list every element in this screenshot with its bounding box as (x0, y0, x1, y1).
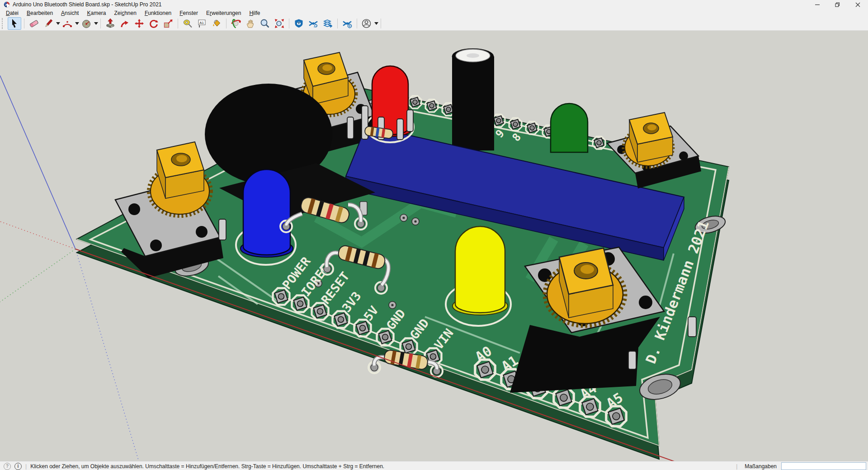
scale-tool-button[interactable] (161, 17, 175, 30)
wh3d-tool-button[interactable] (292, 17, 306, 30)
pin-pad[interactable] (475, 360, 495, 380)
menu-zeichnen[interactable]: Zeichnen (110, 9, 141, 17)
arc-tool-button[interactable] (61, 17, 74, 30)
menu-funktionen[interactable]: Funktionen (141, 9, 175, 17)
pan-tool-button[interactable] (244, 17, 257, 30)
zoomext-tool-button[interactable] (273, 17, 286, 30)
close-button[interactable] (848, 0, 868, 9)
followme-tool-button[interactable] (118, 17, 132, 30)
menu-datei[interactable]: Datei (2, 9, 23, 17)
tape-tool-button[interactable] (181, 17, 194, 30)
pin-pad[interactable] (312, 303, 329, 320)
scene-canvas[interactable]: POWERIOREFRESET3V35VGNDGNDVINA0A1A2A3A4A… (0, 31, 868, 461)
pin-pad[interactable] (425, 99, 438, 112)
restore-button[interactable] (827, 0, 848, 9)
circle-dropdown-arrow[interactable] (94, 18, 98, 29)
move-tool-button[interactable] (132, 17, 146, 30)
arc-dropdown-arrow[interactable] (75, 18, 79, 29)
orbit-tool-button[interactable] (229, 17, 243, 30)
led-blue[interactable] (241, 169, 293, 257)
menu-erweiterungen[interactable]: Erweiterungen (202, 9, 245, 17)
header-pin (628, 351, 636, 369)
menu-ansicht[interactable]: Ansicht (57, 9, 83, 17)
rotate-tool-button[interactable] (147, 17, 160, 30)
sketchup-logo-icon (4, 1, 10, 8)
account-dropdown-arrow[interactable] (374, 18, 378, 29)
account-tool-button[interactable] (360, 17, 373, 30)
extwh-tool-button[interactable] (340, 17, 354, 30)
measurements-label: Maßangaben (745, 463, 777, 470)
header-pin (219, 219, 226, 240)
toolbar-separator (178, 19, 178, 28)
help-icon[interactable]: ? (4, 463, 11, 470)
text-tool-button[interactable]: A1 (195, 17, 209, 30)
minimize-button[interactable] (807, 0, 827, 9)
menu-bearbeiten[interactable]: Bearbeiten (23, 9, 57, 17)
pin-pad[interactable] (593, 136, 605, 149)
line-dropdown-arrow[interactable] (56, 18, 60, 29)
paint-tool-button[interactable] (210, 17, 223, 30)
eraser-tool-button[interactable] (27, 17, 41, 30)
pin-pad[interactable] (554, 388, 574, 408)
pushpull-tool-button[interactable] (104, 17, 117, 30)
select-tool-button[interactable] (8, 17, 21, 30)
toolbar-separator (100, 19, 101, 28)
toolbar-separator (226, 19, 226, 28)
pin-pad[interactable] (377, 329, 394, 346)
toolbar-separator (289, 19, 289, 28)
led-green[interactable] (551, 103, 588, 152)
menu-hilfe[interactable]: Hilfe (245, 9, 264, 17)
capacitor[interactable] (452, 48, 495, 150)
circle-tool-button[interactable] (80, 17, 93, 30)
pin-pad[interactable] (354, 320, 371, 337)
toolbar-separator (357, 19, 357, 28)
led-yellow[interactable] (453, 226, 508, 315)
title-bar: Arduino Uno Bluetooth Shield Board.skp -… (0, 0, 868, 9)
measurements-input[interactable] (781, 462, 866, 470)
pin-pad[interactable] (292, 296, 309, 312)
pin-pad[interactable] (273, 288, 290, 305)
pin-pad[interactable] (606, 406, 626, 426)
toolbar-separator (381, 19, 381, 28)
window-title: Arduino Uno Bluetooth Shield Board.skp -… (13, 1, 807, 8)
zoom-tool-button[interactable] (258, 17, 272, 30)
line-tool-button[interactable] (42, 17, 55, 30)
pin-pad[interactable] (526, 122, 538, 134)
status-bar: ? i | Klicken oder Ziehen, um Objekte au… (0, 461, 868, 470)
menu-kamera[interactable]: Kamera (83, 9, 110, 17)
header-pin (688, 317, 696, 337)
pin-pad[interactable] (409, 96, 421, 108)
pin-pad[interactable] (580, 397, 600, 417)
status-message: Klicken oder Ziehen, um Objekte auszuwäh… (30, 463, 384, 470)
pin-pad[interactable] (492, 114, 505, 127)
model-viewport[interactable]: POWERIOREFRESET3V35VGNDGNDVINA0A1A2A3A4A… (0, 31, 868, 461)
toolbar-separator (24, 19, 24, 28)
sketchup-window: Arduino Uno Bluetooth Shield Board.skp -… (0, 0, 868, 470)
menu-fenster[interactable]: Fenster (175, 9, 202, 17)
pin-pad[interactable] (509, 118, 522, 131)
menu-bar: DateiBearbeitenAnsichtKameraZeichnenFunk… (0, 9, 868, 17)
svg-text:A1: A1 (199, 21, 204, 25)
sharecomp-tool-button[interactable] (321, 17, 335, 30)
toolbar-grip[interactable] (2, 18, 5, 29)
info-icon[interactable]: i (14, 463, 22, 470)
toolbar: A1 (0, 17, 868, 31)
sharemodel-tool-button[interactable] (307, 17, 320, 30)
pin-pad[interactable] (333, 311, 349, 328)
toolbar-separator (337, 19, 338, 28)
